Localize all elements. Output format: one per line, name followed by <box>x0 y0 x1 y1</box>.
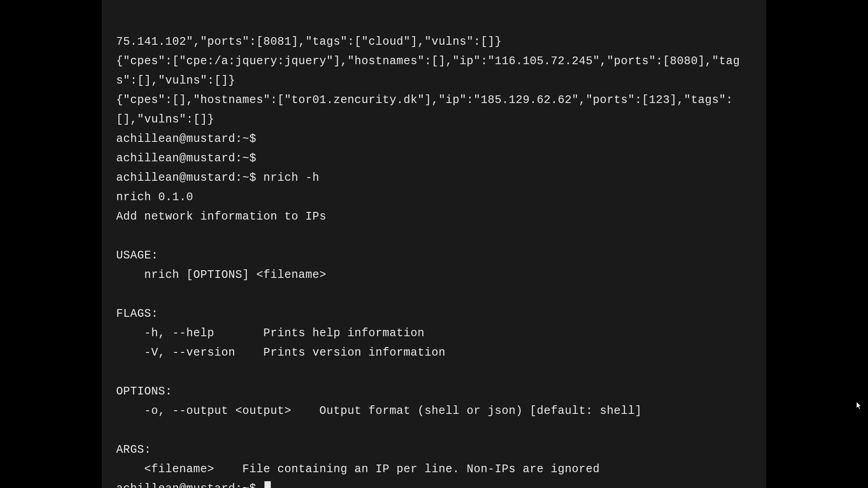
prompt-line: achillean@mustard:~$ <box>116 149 752 168</box>
blank-line <box>116 421 752 440</box>
blank-line <box>116 362 752 382</box>
output-line: 75.141.102","ports":[8081],"tags":["clou… <box>116 32 752 52</box>
flags-header: FLAGS: <box>116 304 752 324</box>
flag-line: -h, --help Prints help information <box>116 324 752 343</box>
shell-prompt: achillean@mustard:~$ <box>116 482 256 488</box>
terminal-cursor <box>264 481 271 488</box>
args-header: ARGS: <box>116 440 752 460</box>
blank-line <box>116 226 752 246</box>
shell-prompt: achillean@mustard:~$ <box>116 132 256 145</box>
help-version: nrich 0.1.0 <box>116 188 752 207</box>
output-line: {"cpes":[],"hostnames":["tor01.zencurity… <box>116 90 752 129</box>
terminal-window[interactable]: 75.141.102","ports":[8081],"tags":["clou… <box>102 0 766 488</box>
shell-prompt: achillean@mustard:~$ <box>116 152 256 165</box>
flag-line: -V, --version Prints version information <box>116 343 752 362</box>
command-line: achillean@mustard:~$ nrich -h <box>116 168 752 188</box>
output-line: {"cpes":["cpe:/a:jquery:jquery"],"hostna… <box>116 52 752 90</box>
arg-line: <filename> File containing an IP per lin… <box>116 460 752 479</box>
blank-line <box>116 285 752 304</box>
usage-header: USAGE: <box>116 246 752 265</box>
shell-prompt: achillean@mustard:~$ <box>116 171 256 184</box>
command-text: nrich -h <box>264 171 320 184</box>
help-description: Add network information to IPs <box>116 207 752 226</box>
options-header: OPTIONS: <box>116 382 752 401</box>
usage-line: nrich [OPTIONS] <filename> <box>116 265 752 285</box>
option-line: -o, --output <output> Output format (she… <box>116 401 752 421</box>
prompt-line-active[interactable]: achillean@mustard:~$ <box>116 479 752 488</box>
mouse-cursor-icon <box>856 401 862 413</box>
prompt-line: achillean@mustard:~$ <box>116 129 752 149</box>
